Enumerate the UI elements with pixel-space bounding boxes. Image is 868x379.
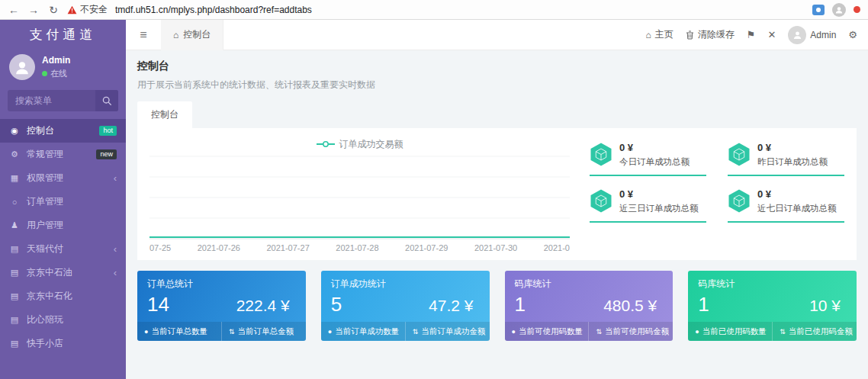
topbar: ≡ ⌂ 控制台 ⌂ 主页 清除缓存 ⚑ ✕	[126, 20, 868, 50]
flag-icon[interactable]: ⚑	[747, 29, 756, 40]
circle-icon: ●	[695, 328, 699, 336]
sidebar-item-tmall[interactable]: ▤ 天猫代付 ‹	[0, 237, 126, 261]
card-amount-label: 当前订单成功金额	[421, 326, 485, 337]
summary-stats-grid: 0 ¥ 今日订单成功总额 0 ¥ 昨日订单成功总额 0 ¥ 近三日订单成功总额	[590, 137, 844, 252]
extension-icon[interactable]	[812, 5, 825, 15]
card-footer: ●当前可使用码数量 ⇅当前可使用码金额	[505, 322, 674, 341]
list-icon: ▤	[9, 244, 20, 254]
home-link-label: 主页	[655, 28, 674, 41]
user-icon: ♟	[9, 220, 20, 230]
card-count: 1	[515, 293, 526, 316]
card-amount: 480.5 ¥	[603, 297, 657, 315]
browser-toolbar: ← → ↻ 不安全 tmdf.uh51.cn/mplys.php/dashboa…	[0, 0, 868, 20]
chevron-left-icon: ‹	[114, 267, 117, 278]
back-icon[interactable]: ←	[8, 4, 20, 16]
menu-label: 用户管理	[27, 219, 63, 232]
home-link[interactable]: ⌂ 主页	[646, 28, 674, 41]
stat-value: 0 ¥	[619, 142, 690, 153]
permissions-icon: ▦	[9, 173, 20, 183]
sidebar-item-bixin[interactable]: ▤ 比心陪玩	[0, 308, 126, 332]
x-tick: 2021-07-29	[405, 243, 448, 252]
orders-icon: ○	[9, 198, 20, 207]
address-bar[interactable]: tmdf.uh51.cn/mplys.php/dashboard?ref=add…	[115, 5, 312, 15]
card-footer: ●当前订单成功数量 ⇅当前订单成功金额	[321, 322, 490, 341]
online-dot-icon	[42, 71, 47, 76]
sidebar-item-jd-sinopec[interactable]: ▤ 京东中石化	[0, 284, 126, 308]
chart-legend[interactable]: 订单成功交易额	[149, 137, 570, 151]
menu-label: 控制台	[27, 124, 54, 137]
stat-label: 昨日订单成功总额	[757, 156, 828, 168]
circle-icon: ●	[512, 328, 516, 336]
card-codes-available: 码库统计 1 480.5 ¥ ●当前可使用码数量 ⇅当前可使用码金额	[505, 271, 674, 341]
menu-label: 权限管理	[27, 172, 63, 185]
notification-dot-icon[interactable]	[854, 6, 860, 13]
card-codes-used: 码库统计 1 10 ¥ ●当前已使用码数量 ⇅当前已使用码金额	[688, 271, 857, 341]
page-title: 控制台	[137, 59, 857, 73]
stat-today: 0 ¥ 今日订单成功总额	[590, 142, 706, 176]
hexagon-icon	[728, 188, 751, 214]
legend-label: 订单成功交易额	[339, 138, 403, 151]
circle-icon: ●	[328, 328, 332, 336]
home-icon: ⌂	[646, 30, 651, 40]
menu-label: 常规管理	[27, 148, 63, 161]
card-count: 14	[147, 293, 169, 316]
sidebar-item-users[interactable]: ♟ 用户管理	[0, 214, 126, 237]
sort-icon: ⇅	[780, 328, 786, 336]
card-amount: 10 ¥	[809, 297, 841, 315]
circle-icon: ●	[144, 328, 148, 336]
stat-value: 0 ¥	[757, 142, 828, 153]
order-chart: 订单成功交易额 07-25 2021-07-26 2021-07-27	[149, 137, 570, 252]
sidebar-item-general[interactable]: ⚙ 常规管理 new	[0, 143, 126, 166]
menu-search-input[interactable]	[8, 95, 95, 106]
security-chip[interactable]: 不安全	[67, 3, 108, 16]
menu-label: 快手小店	[27, 337, 63, 350]
chart-x-axis: 07-25 2021-07-26 2021-07-27 2021-07-28 2…	[149, 243, 570, 252]
summary-cards: 订单总统计 14 222.4 ¥ ●当前订单总数量 ⇅当前订单总金额 订单成功统…	[137, 271, 857, 341]
hexagon-icon	[590, 142, 612, 167]
topbar-tab-dashboard[interactable]: ⌂ 控制台	[161, 20, 223, 50]
dashboard-icon: ◉	[9, 126, 20, 136]
card-amount-label: 当前可使用码金额	[605, 326, 669, 337]
stats-panel: 订单成功交易额 07-25 2021-07-26 2021-07-27	[137, 128, 857, 260]
menu-search-button[interactable]	[95, 90, 118, 111]
clear-cache-link[interactable]: 清除缓存	[686, 28, 735, 41]
topbar-user-menu[interactable]: Admin	[788, 26, 836, 44]
sidebar-item-jd-oil[interactable]: ▤ 京东中石油 ‹	[0, 261, 126, 284]
home-icon: ⌂	[173, 30, 178, 40]
tab-dashboard[interactable]: 控制台	[137, 101, 192, 128]
card-count-label: 当前订单总数量	[151, 326, 207, 337]
browser-avatar[interactable]	[832, 3, 846, 17]
stat-label: 今日订单成功总额	[619, 156, 690, 168]
search-icon	[102, 96, 112, 106]
card-order-success: 订单成功统计 5 47.2 ¥ ●当前订单成功数量 ⇅当前订单成功金额	[321, 271, 490, 341]
sidebar-item-orders[interactable]: ○ 订单管理	[0, 190, 126, 214]
user-status: 在线	[42, 68, 70, 79]
card-count-label: 当前可使用码数量	[519, 326, 583, 337]
sidebar: 支付通道 Admin 在线 ◉ 控制台 hot	[0, 20, 126, 379]
user-avatar	[9, 54, 35, 80]
chevron-left-icon: ‹	[114, 172, 117, 184]
x-tick: 2021-07-28	[336, 243, 378, 252]
card-footer: ●当前已使用码数量 ⇅当前已使用码金额	[688, 322, 857, 341]
menu-label: 京东中石化	[27, 290, 72, 303]
card-amount-label: 当前已使用码金额	[789, 326, 853, 337]
sort-icon: ⇅	[413, 328, 419, 336]
stat-yesterday: 0 ¥ 昨日订单成功总额	[728, 142, 844, 176]
forward-icon[interactable]: →	[27, 4, 40, 16]
x-tick: 07-25	[149, 243, 171, 252]
settings-gear-icon[interactable]: ⚙	[848, 29, 857, 40]
card-count: 5	[331, 293, 342, 316]
hamburger-icon[interactable]: ≡	[126, 28, 161, 42]
list-icon: ▤	[9, 315, 20, 325]
topbar-right: ⌂ 主页 清除缓存 ⚑ ✕ Admin ⚙	[646, 26, 868, 44]
topbar-tab-label: 控制台	[183, 28, 211, 41]
hexagon-icon	[728, 142, 751, 167]
sidebar-item-permissions[interactable]: ▦ 权限管理 ‹	[0, 166, 126, 190]
app-window: 支付通道 Admin 在线 ◉ 控制台 hot	[0, 20, 868, 379]
sidebar-item-kuaishou[interactable]: ▤ 快手小店	[0, 332, 126, 355]
sidebar-item-dashboard[interactable]: ◉ 控制台 hot	[0, 119, 126, 143]
hexagon-icon	[590, 188, 612, 214]
refresh-icon[interactable]: ↻	[47, 4, 59, 16]
fullscreen-icon[interactable]: ✕	[767, 29, 776, 40]
sort-icon: ⇅	[229, 328, 235, 336]
